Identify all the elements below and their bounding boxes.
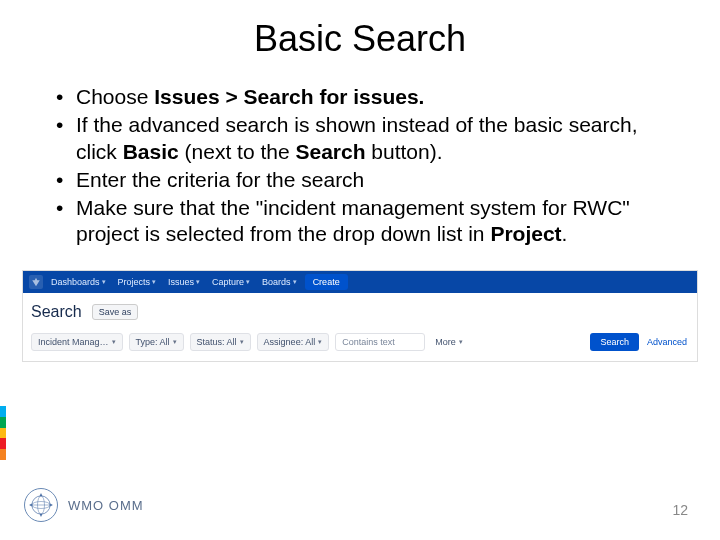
app-screenshot: Dashboards▾ Projects▾ Issues▾ Capture▾ B… xyxy=(22,270,698,362)
label: Issues xyxy=(168,277,194,287)
app-top-nav: Dashboards▾ Projects▾ Issues▾ Capture▾ B… xyxy=(23,271,697,293)
chevron-down-icon: ▾ xyxy=(318,338,322,346)
save-as-button[interactable]: Save as xyxy=(92,304,139,320)
label: Capture xyxy=(212,277,244,287)
filter-row: Incident Manag…▾ Type: All▾ Status: All▾… xyxy=(23,329,697,361)
text: button). xyxy=(366,140,443,163)
label: Projects xyxy=(118,277,151,287)
chevron-down-icon: ▾ xyxy=(293,278,297,286)
bullet-3: Enter the criteria for the search xyxy=(56,167,680,193)
chevron-down-icon: ▾ xyxy=(102,278,106,286)
advanced-link[interactable]: Advanced xyxy=(645,337,689,347)
text: . xyxy=(562,222,568,245)
page-number: 12 xyxy=(672,502,688,518)
chevron-down-icon: ▾ xyxy=(240,338,244,346)
nav-capture[interactable]: Capture▾ xyxy=(208,277,254,287)
org-name: WMO OMM xyxy=(68,498,144,513)
nav-issues[interactable]: Issues▾ xyxy=(164,277,204,287)
slide-title: Basic Search xyxy=(0,18,720,60)
bullet-4: Make sure that the "incident management … xyxy=(56,195,680,248)
chevron-down-icon: ▾ xyxy=(112,338,116,346)
nav-dashboards[interactable]: Dashboards▾ xyxy=(47,277,110,287)
type-filter[interactable]: Type: All▾ xyxy=(129,333,184,351)
label: More xyxy=(435,337,456,347)
text-bold: Search xyxy=(295,140,365,163)
label: Type: All xyxy=(136,337,170,347)
chevron-down-icon: ▾ xyxy=(173,338,177,346)
accent-stripe xyxy=(0,406,6,460)
label: Status: All xyxy=(197,337,237,347)
text: (next to the xyxy=(179,140,296,163)
more-filters[interactable]: More▾ xyxy=(431,334,467,350)
text-bold: Project xyxy=(490,222,561,245)
search-heading: Search xyxy=(31,303,82,321)
search-button[interactable]: Search xyxy=(590,333,639,351)
chevron-down-icon: ▾ xyxy=(459,338,463,346)
assignee-filter[interactable]: Assignee: All▾ xyxy=(257,333,330,351)
nav-boards[interactable]: Boards▾ xyxy=(258,277,301,287)
chevron-down-icon: ▾ xyxy=(196,278,200,286)
contains-text-input[interactable]: Contains text xyxy=(335,333,425,351)
bullet-1: Choose Issues > Search for issues. xyxy=(56,84,680,110)
nav-projects[interactable]: Projects▾ xyxy=(114,277,161,287)
search-heading-row: Search Save as xyxy=(23,293,697,329)
jira-logo-icon xyxy=(29,275,43,289)
text-bold: Basic xyxy=(123,140,179,163)
label: Incident Manag… xyxy=(38,337,109,347)
label: Dashboards xyxy=(51,277,100,287)
text-bold: Issues > Search for issues. xyxy=(154,85,424,108)
chevron-down-icon: ▾ xyxy=(246,278,250,286)
label: Boards xyxy=(262,277,291,287)
bullet-list: Choose Issues > Search for issues. If th… xyxy=(0,84,720,248)
bullet-2: If the advanced search is shown instead … xyxy=(56,112,680,165)
footer: WMO OMM xyxy=(24,488,144,522)
project-filter[interactable]: Incident Manag…▾ xyxy=(31,333,123,351)
text: Enter the criteria for the search xyxy=(76,168,364,191)
text: Choose xyxy=(76,85,154,108)
wmo-logo-icon xyxy=(24,488,58,522)
create-button[interactable]: Create xyxy=(305,274,348,290)
status-filter[interactable]: Status: All▾ xyxy=(190,333,251,351)
chevron-down-icon: ▾ xyxy=(152,278,156,286)
label: Assignee: All xyxy=(264,337,316,347)
